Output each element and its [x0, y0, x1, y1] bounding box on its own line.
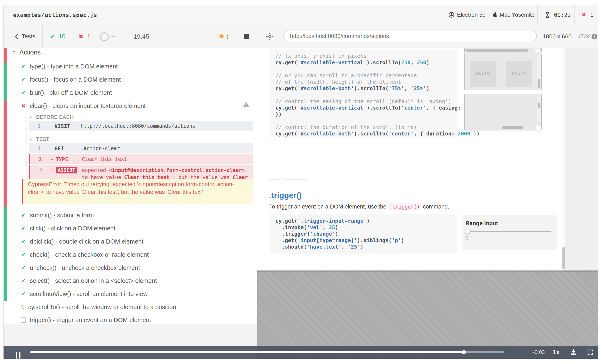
test-row-passed[interactable]: ✔.uncheck() - uncheck a checkbox element — [13, 263, 253, 272]
passed-status-icon: ✔ — [20, 263, 27, 272]
test-row-passed[interactable]: ✔.type() - type into a DOM element — [13, 62, 253, 71]
player-bottom-edge — [4, 359, 598, 359]
code-line: .invoke('val', 25) — [275, 224, 451, 231]
command-name: TYPE — [56, 156, 68, 162]
back-to-tests-label: Tests — [22, 25, 36, 48]
range-slider[interactable] — [465, 231, 551, 232]
autoscroll-indicator-dot[interactable] — [220, 34, 224, 38]
test-row-passed[interactable]: ✔.dblclick() - double click on a DOM ele… — [13, 237, 253, 246]
test-row-pending[interactable]: .trigger() - trigger an event on a DOM e… — [13, 315, 253, 325]
passed-status-icon: ✔ — [20, 88, 27, 97]
test-row-passed[interactable]: ✔.focus() - focus on a DOM element — [13, 75, 253, 84]
range-input-label: Range Input — [465, 220, 498, 227]
passed-status-icon: ✔ — [20, 62, 27, 71]
passed-count: 10 — [59, 25, 65, 48]
trigger-section-description: To trigger an event on a DOM element, us… — [269, 204, 449, 210]
progress-thumb[interactable] — [462, 350, 466, 354]
test-title: .clear() - clears an input or textarea e… — [28, 101, 146, 110]
suite-title[interactable]: Actions — [19, 48, 41, 57]
viewport-size: 1000 x 660 — [543, 25, 572, 48]
aut-url-bar[interactable]: http://localhost:8080/commands/actions — [283, 30, 537, 42]
description-text: To trigger an event on a DOM element, us… — [269, 204, 388, 210]
stop-button[interactable] — [244, 34, 249, 39]
command-row[interactable]: 2-TYPEClear this text — [29, 154, 253, 164]
command-message: http://localhost:8080/commands/actions — [81, 123, 250, 130]
test-row-passed[interactable]: ✔.submit() - submit a form — [13, 211, 253, 220]
test-row-passed[interactable]: ✔.select() - select an option in a <sele… — [13, 276, 253, 285]
time-remaining: -0:03 — [521, 346, 545, 359]
scrollbar-corner — [536, 126, 541, 130]
test-row-passed[interactable]: ✔.blur() - blur off a DOM element — [13, 88, 253, 97]
pending-count: -- — [111, 25, 115, 48]
playback-progress-track[interactable] — [30, 351, 504, 353]
passed-state-strip-green — [4, 207, 7, 301]
passed-status-icon: ✔ — [20, 237, 27, 246]
fullscreen-icon[interactable] — [587, 349, 593, 355]
test-title: cy.scrollTo() - scroll the window or ele… — [28, 302, 176, 312]
test-row-running[interactable]: ↻cy.scrollTo() - scroll the window or el… — [13, 302, 253, 312]
before-each-collapse-icon[interactable]: ▾ — [30, 115, 32, 120]
vertical-scrollbar-thumb[interactable] — [538, 79, 540, 88]
failed-x-icon: ✖ — [78, 25, 83, 48]
reporter-footer — [4, 324, 257, 347]
test-title: .blur() - blur off a DOM element — [28, 88, 112, 97]
test-row-passed[interactable]: ✔.check() - check a checkbox or radio el… — [13, 250, 253, 259]
failed-status-icon: ✖ — [20, 101, 27, 110]
scroll-updown-icon[interactable]: ↕ — [226, 25, 229, 48]
test-title: .focus() - focus on a DOM element — [28, 75, 121, 84]
download-icon[interactable] — [570, 349, 577, 356]
code-line: cy.get('#scrollable-vertical').scrollTo(… — [275, 104, 451, 111]
command-number: 1 — [29, 146, 41, 151]
test-body-label[interactable]: TEST — [36, 136, 49, 142]
test-title: .type() - type into a DOM element — [28, 62, 118, 71]
placeholder-image: 100 x 100 — [470, 61, 496, 87]
horizontal-scrollbar-thumb[interactable] — [502, 126, 523, 129]
horizontal-scrollbar-thumb[interactable] — [465, 49, 528, 52]
electron-browser-icon — [448, 12, 454, 18]
pause-bar-icon — [19, 352, 21, 359]
suite-collapse-icon[interactable]: ▾ — [13, 49, 15, 55]
test-timer: 00:22 — [554, 5, 571, 25]
hourglass-icon — [545, 12, 550, 18]
command-message: .action-clear — [81, 145, 250, 152]
selector-playground-icon[interactable] — [266, 33, 274, 41]
back-to-tests-button[interactable]: Tests — [4, 25, 42, 48]
test-row-passed[interactable]: ✔.click() - click on a DOM element — [13, 224, 253, 233]
chevron-left-icon — [15, 34, 20, 39]
toolbar-divider — [155, 25, 155, 48]
scrollbar-corner — [535, 49, 540, 52]
code-line — [275, 66, 451, 72]
before-each-label[interactable]: BEFORE EACH — [36, 114, 74, 120]
code-line: cy.get('.trigger-input-range') — [275, 218, 451, 224]
trigger-section-heading[interactable]: .trigger() — [269, 191, 302, 200]
code-line — [275, 92, 451, 98]
pause-button[interactable] — [16, 349, 24, 355]
range-slider-thumb[interactable] — [465, 229, 470, 234]
code-line: .trigger('change') — [275, 231, 451, 237]
vertical-scrollbar-thumb[interactable] — [538, 102, 540, 108]
video-player-bar: -0:03 1x — [4, 346, 598, 359]
passed-status-icon: ✔ — [20, 211, 27, 220]
viewport-zoom: (73%) — [579, 25, 593, 48]
browser-name: Electron 59 — [457, 5, 486, 25]
code-line: cy.get('#scrollable-both').scrollTo('cen… — [275, 130, 451, 137]
vertical-scrollbar-track[interactable] — [537, 54, 541, 89]
run-duration: 19.45 — [128, 25, 154, 48]
code-line: cy.get('#scrollable-both').scrollTo('75%… — [275, 85, 451, 92]
test-row-failed[interactable]: ✖.clear() - clears an input or textarea … — [13, 101, 253, 110]
test-body-collapse-icon[interactable]: ▾ — [30, 137, 32, 142]
command-name: GET — [55, 146, 64, 151]
range-value: 0 — [465, 235, 468, 242]
command-row[interactable]: 1VISIThttp://localhost:8080/commands/act… — [29, 121, 253, 131]
aut-scrollbar-track[interactable] — [562, 48, 565, 271]
aut-scrollbar-thumb[interactable] — [562, 247, 565, 269]
viewport-info-icon[interactable]: i — [592, 34, 597, 39]
command-row[interactable]: 1GET.action-clear — [29, 143, 253, 153]
expanded-test-guide-line — [26, 117, 26, 175]
playback-rate-button[interactable]: 1x — [553, 346, 560, 359]
pending-status-icon — [20, 315, 27, 325]
test-row-passed[interactable]: ✔.scrollIntoView() - scroll an element i… — [13, 289, 253, 298]
test-title: .scrollIntoView() - scroll an element in… — [28, 289, 148, 298]
vertical-scrollbar-track[interactable] — [537, 95, 541, 122]
os-name: Mac Yosemite — [500, 5, 535, 25]
